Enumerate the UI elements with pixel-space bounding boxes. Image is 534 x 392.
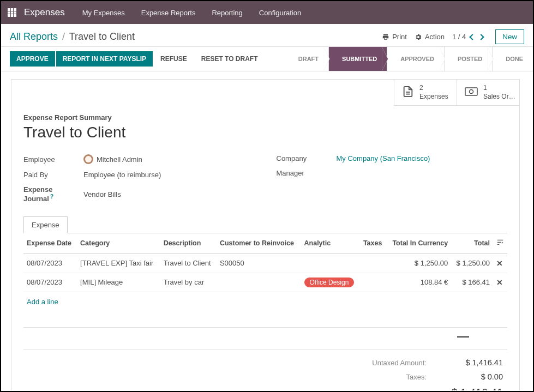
apps-icon[interactable] (8, 8, 16, 17)
th-taxes[interactable]: Taxes (360, 233, 387, 254)
pager: 1 / 4 (452, 33, 483, 41)
employee-name: Mitchell Admin (97, 155, 142, 164)
status-done[interactable]: DONE (492, 47, 533, 71)
refuse-button[interactable]: REFUSE (154, 51, 194, 67)
app-title[interactable]: Expenses (24, 7, 65, 18)
employee-value[interactable]: Mitchell Admin (83, 154, 142, 164)
status-draft[interactable]: DRAFT (285, 47, 328, 71)
sheet-body: Expense Report Summary Travel to Client … (11, 106, 519, 390)
cell-total: $ 166.41 (451, 273, 493, 292)
journal-value[interactable]: Vendor Bills (83, 190, 121, 198)
stat-sales-orders[interactable]: 1 Sales Ord... (457, 80, 519, 106)
svg-point-3 (470, 90, 473, 94)
cell-cust (217, 273, 301, 292)
print-button[interactable]: Print (382, 33, 407, 41)
collapse-icon[interactable] (457, 336, 469, 337)
th-category[interactable]: Category (77, 233, 160, 254)
report-payslip-button[interactable]: REPORT IN NEXT PAYSLIP (56, 51, 153, 67)
breadcrumb: All Reports / Travel to Client (10, 31, 135, 43)
button-status-row: APPROVE REPORT IN NEXT PAYSLIP REFUSE RE… (1, 46, 533, 71)
fields-grid: Employee Mitchell Admin Paid By Employee… (23, 151, 507, 206)
chevron-left-icon[interactable] (470, 34, 476, 40)
money-icon (465, 86, 478, 99)
total-value: $ 1,416.41 (443, 387, 503, 390)
print-icon (382, 33, 389, 41)
tab-expense[interactable]: Expense (23, 216, 68, 233)
employee-label: Employee (23, 155, 83, 164)
taxes-value: $ 0.00 (443, 372, 503, 381)
actions-right: Print Action 1 / 4 New (382, 29, 524, 44)
top-nav: Expenses My Expenses Expense Reports Rep… (1, 1, 533, 24)
stat-buttons: 2 Expenses 1 Sales Ord... (11, 80, 519, 106)
cell-desc: Travel by car (160, 273, 217, 292)
cell-date: 08/07/2023 (23, 254, 77, 273)
th-customer[interactable]: Customer to Reinvoice (217, 233, 301, 254)
cell-total: $ 1,250.00 (451, 254, 493, 273)
cell-desc: Travel to Client (160, 254, 217, 273)
cell-cur: $ 1,250.00 (386, 254, 451, 273)
paidby-value[interactable]: Employee (to reimburse) (83, 171, 161, 179)
stat-expenses[interactable]: 2 Expenses (394, 80, 457, 106)
tab-header: Expense (23, 216, 507, 233)
page-title[interactable]: Travel to Client (23, 124, 507, 141)
breadcrumb-sep: / (62, 31, 65, 42)
avatar-icon (83, 154, 93, 164)
form-sheet: 2 Expenses 1 Sales Ord... Expense Report… (11, 79, 520, 390)
table-row[interactable]: 08/07/2023 [TRAVEL EXP] Taxi fair Travel… (23, 254, 507, 273)
untaxed-value: $ 1,416.41 (443, 358, 503, 367)
cell-date: 08/07/2023 (23, 273, 77, 292)
cell-cur: 108.84 € (386, 273, 451, 292)
delete-row-icon[interactable]: ✕ (493, 254, 507, 273)
action-bar: All Reports / Travel to Client Print Act… (1, 24, 533, 46)
main-scroll[interactable]: 2 Expenses 1 Sales Ord... Expense Report… (1, 71, 533, 390)
company-value[interactable]: My Company (San Francisco) (337, 154, 430, 162)
stat-so-label: Sales Ord... (483, 93, 516, 101)
cell-category: [TRAVEL EXP] Taxi fair (77, 254, 160, 273)
cell-analytic (301, 254, 360, 273)
delete-row-icon[interactable]: ✕ (493, 273, 507, 292)
breadcrumb-current: Travel to Client (69, 31, 135, 42)
breadcrumb-parent[interactable]: All Reports (10, 31, 58, 42)
action-label: Action (425, 33, 445, 41)
add-line-label: Add a line (23, 292, 507, 311)
journal-label: Expense Journal? (23, 185, 83, 203)
stat-so-count: 1 (483, 84, 516, 93)
th-date[interactable]: Expense Date (23, 233, 77, 254)
reset-draft-button[interactable]: RESET TO DRAFT (195, 51, 265, 67)
total-label: Total Amount: (350, 390, 427, 390)
sub-panel (23, 327, 507, 349)
nav-expense-reports[interactable]: Expense Reports (137, 7, 200, 19)
status-posted[interactable]: POSTED (444, 47, 492, 71)
print-label: Print (392, 33, 407, 41)
th-total[interactable]: Total (451, 233, 493, 254)
th-description[interactable]: Description (160, 233, 217, 254)
th-analytic[interactable]: Analytic (301, 233, 360, 254)
action-button[interactable]: Action (415, 33, 445, 41)
help-icon[interactable]: ? (50, 194, 53, 200)
gear-icon (415, 33, 422, 41)
nav-reporting[interactable]: Reporting (207, 7, 247, 19)
pager-text: 1 / 4 (452, 33, 466, 41)
table-row[interactable]: 08/07/2023 [MIL] Mileage Travel by car O… (23, 273, 507, 292)
expense-table: Expense Date Category Description Custom… (23, 233, 507, 311)
columns-settings-icon[interactable] (496, 240, 504, 248)
cell-taxes (360, 254, 387, 273)
th-currency[interactable]: Total In Currency (386, 233, 451, 254)
status-bar: DRAFT SUBMITTED APPROVED POSTED DONE (285, 47, 533, 71)
chevron-right-icon[interactable] (478, 34, 484, 40)
cell-taxes (360, 273, 387, 292)
company-label: Company (277, 154, 337, 162)
nav-configuration[interactable]: Configuration (255, 7, 305, 19)
cell-cust: S00050 (217, 254, 301, 273)
taxes-label: Taxes: (350, 373, 427, 381)
paidby-label: Paid By (23, 171, 83, 179)
approve-button[interactable]: APPROVE (10, 51, 55, 67)
analytic-tag[interactable]: Office Design (304, 278, 355, 287)
new-button[interactable]: New (495, 29, 524, 44)
cell-category: [MIL] Mileage (77, 273, 160, 292)
status-submitted[interactable]: SUBMITTED (328, 47, 387, 71)
nav-my-expenses[interactable]: My Expenses (78, 7, 129, 19)
add-line-row[interactable]: Add a line (23, 292, 507, 311)
totals: Untaxed Amount: $ 1,416.41 Taxes: $ 0.00… (23, 349, 507, 390)
status-approved[interactable]: APPROVED (387, 47, 444, 71)
